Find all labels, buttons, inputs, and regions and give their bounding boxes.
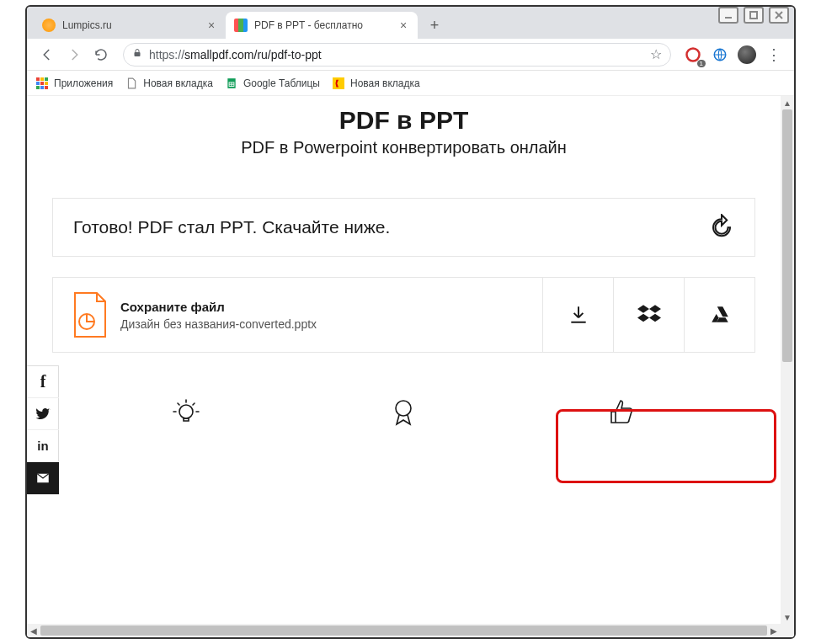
feature-icons-row xyxy=(27,397,781,427)
bookmark-item[interactable]: Google Таблицы xyxy=(225,77,320,90)
svg-rect-4 xyxy=(135,52,141,56)
svg-rect-20 xyxy=(333,77,344,89)
svg-rect-7 xyxy=(36,77,40,81)
tab-strip: Lumpics.ru × PDF в PPT - бесплатно × + xyxy=(27,7,794,39)
svg-rect-11 xyxy=(40,82,44,85)
svg-point-22 xyxy=(179,405,193,418)
restart-button[interactable] xyxy=(709,214,734,239)
profile-avatar[interactable] xyxy=(735,43,759,67)
scroll-thumb[interactable] xyxy=(40,625,767,636)
chrome-menu-button[interactable]: ⋮ xyxy=(762,43,786,67)
page-icon xyxy=(125,77,138,90)
svg-point-5 xyxy=(687,48,700,61)
svg-rect-14 xyxy=(40,86,44,89)
save-file-label: Сохраните файл xyxy=(120,300,542,314)
window-close-button[interactable] xyxy=(769,7,789,24)
bookmark-item[interactable]: Новая вкладка xyxy=(125,77,213,90)
address-bar: https://smallpdf.com/ru/pdf-to-ppt ☆ 1 ⋮ xyxy=(27,39,794,71)
extension-adblock-icon[interactable]: 1 xyxy=(681,43,705,67)
share-linkedin-button[interactable]: in xyxy=(27,430,59,462)
scroll-up-arrow-icon[interactable]: ▲ xyxy=(781,96,794,109)
tab-title: PDF в PPT - бесплатно xyxy=(254,19,392,31)
download-button[interactable] xyxy=(542,278,613,352)
apps-shortcut[interactable]: Приложения xyxy=(35,77,113,90)
window-minimize-button[interactable] xyxy=(718,7,738,24)
favicon-lumpics-icon xyxy=(42,19,56,32)
omnibox[interactable]: https://smallpdf.com/ru/pdf-to-ppt ☆ xyxy=(123,43,671,67)
page-subtitle: PDF в Powerpoint конвертировать онлайн xyxy=(27,138,781,157)
svg-rect-1 xyxy=(750,12,757,19)
apps-grid-icon xyxy=(35,77,49,90)
social-share-rail: f in xyxy=(27,365,59,495)
lock-icon xyxy=(132,48,142,61)
scroll-down-arrow-icon[interactable]: ▼ xyxy=(781,610,794,624)
new-tab-button[interactable]: + xyxy=(423,13,446,37)
scroll-thumb[interactable] xyxy=(782,109,792,362)
google-drive-button[interactable] xyxy=(684,278,754,352)
url-path: smallpdf.com/ru/pdf-to-ppt xyxy=(184,48,322,61)
share-facebook-button[interactable]: f xyxy=(27,366,59,398)
bookmark-label: Google Таблицы xyxy=(243,77,320,89)
svg-rect-12 xyxy=(45,82,48,85)
svg-rect-8 xyxy=(40,77,44,81)
nav-back-button[interactable] xyxy=(34,41,61,68)
vertical-scrollbar[interactable]: ▲ ▼ xyxy=(781,96,794,624)
bookmark-item[interactable]: Новая вкладка xyxy=(332,77,420,90)
sheets-icon xyxy=(225,77,238,90)
url-scheme: https:// xyxy=(149,48,184,61)
tab-smallpdf[interactable]: PDF в PPT - бесплатно × xyxy=(226,12,418,39)
share-twitter-button[interactable] xyxy=(27,398,59,430)
pptx-file-icon xyxy=(72,291,109,338)
share-email-button[interactable] xyxy=(27,462,59,494)
svg-point-23 xyxy=(396,401,411,416)
lightbulb-icon xyxy=(171,397,201,427)
dropbox-button[interactable] xyxy=(613,278,684,352)
favicon-smallpdf-icon xyxy=(234,19,248,32)
bookmark-label: Новая вкладка xyxy=(350,77,420,89)
window-maximize-button[interactable] xyxy=(744,7,764,24)
page-title: PDF в PPT xyxy=(27,106,781,135)
status-card: Готово! PDF стал PPT. Скачайте ниже. xyxy=(52,198,755,257)
tab-title: Lumpics.ru xyxy=(62,19,200,31)
file-name: Дизайн без названия-converted.pptx xyxy=(120,317,542,331)
tab-close-icon[interactable]: × xyxy=(397,19,409,31)
award-icon xyxy=(388,397,418,427)
scroll-right-arrow-icon[interactable]: ▶ xyxy=(767,624,781,637)
svg-rect-9 xyxy=(45,77,48,81)
status-text: Готово! PDF стал PPT. Скачайте ниже. xyxy=(73,217,734,237)
bookmarks-bar: Приложения Новая вкладка Google Таблицы … xyxy=(27,71,794,96)
bookmark-label: Новая вкладка xyxy=(143,77,213,89)
file-card: Сохраните файл Дизайн без названия-conve… xyxy=(52,277,755,353)
extension-globe-icon[interactable] xyxy=(708,43,732,67)
horizontal-scrollbar[interactable]: ◀ ▶ xyxy=(27,624,794,637)
bookmark-star-icon[interactable]: ☆ xyxy=(650,46,662,62)
bookmark-label: Приложения xyxy=(54,77,113,89)
save-actions xyxy=(542,278,754,352)
yandex-icon xyxy=(332,77,345,90)
svg-rect-10 xyxy=(36,82,40,85)
extension-badge: 1 xyxy=(697,60,706,67)
svg-rect-13 xyxy=(36,86,40,89)
tab-lumpics[interactable]: Lumpics.ru × xyxy=(34,12,226,39)
scroll-left-arrow-icon[interactable]: ◀ xyxy=(27,624,40,637)
nav-reload-button[interactable] xyxy=(88,41,115,68)
scroll-corner xyxy=(781,624,794,637)
thumbs-up-icon xyxy=(606,397,637,427)
svg-rect-15 xyxy=(45,86,48,89)
nav-forward-button[interactable] xyxy=(61,41,88,68)
tab-close-icon[interactable]: × xyxy=(205,19,217,31)
